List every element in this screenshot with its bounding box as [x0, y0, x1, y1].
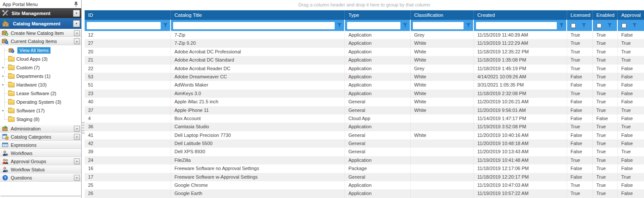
tree-item-lease-software[interactable]: Lease Software (2) [0, 89, 81, 98]
approval-filter-checkbox[interactable] [622, 23, 626, 28]
tree-item-cloud-apps[interactable]: Cloud Apps (3) [0, 55, 81, 63]
chevron-down-icon[interactable]: ▼ [74, 126, 80, 132]
table-cell: True [593, 31, 618, 39]
chevron-down-icon[interactable]: ▼ [74, 134, 80, 140]
sidebar-item-workflows[interactable]: Workflows [0, 149, 81, 157]
table-row[interactable]: 16Freeware Software no Approval Settings… [85, 164, 644, 173]
sidebar-item-label: Administration [11, 126, 41, 131]
table-cell: False [618, 98, 644, 106]
table-row[interactable]: 26Google EarthApplication11/19/2019 10:5… [85, 189, 644, 198]
sidebar-item-current-catalog-items[interactable]: Current Catalog Items ▲ [0, 37, 81, 45]
column-header-type[interactable]: Type [345, 10, 411, 20]
table-row[interactable]: 127-ZipApplicationGrey11/15/2019 11:40:3… [85, 31, 644, 39]
chevron-down-icon[interactable]: ▼ [74, 158, 80, 164]
table-row[interactable]: 20Adobe Acrobat DC ProfessionalApplicati… [85, 48, 644, 56]
sidebar-group-catalog-management[interactable]: Catalog Management ▼ [0, 18, 81, 29]
table-row[interactable]: 21Adobe Acrobat DC StandardApplicationWh… [85, 56, 644, 64]
table-row[interactable]: 23AimKeys 3.0ApplicationWhite11/18/2019 … [85, 90, 644, 98]
table-row[interactable]: 53Adobe Dreamweaver CCApplicationWhite4/… [85, 73, 644, 81]
box-add-icon [2, 30, 9, 36]
table-row[interactable]: 24FileZillaApplication11/19/2019 10:41:4… [85, 156, 644, 164]
tree-item-label: Staging (8) [16, 117, 40, 122]
pin-icon[interactable] [73, 1, 79, 7]
table-row[interactable]: 4Box AccountCloud App11/14/2019 1:47:17 … [85, 114, 644, 123]
catalog-title-filter-input[interactable] [173, 22, 335, 29]
column-header-licensed[interactable]: Licensed [567, 10, 593, 20]
table-row[interactable]: 39Dell XPS 8930General11/20/2019 10:13:4… [85, 148, 644, 156]
table-row[interactable]: 25Google ChromeApplication11/19/2019 10:… [85, 181, 644, 189]
sidebar-item-questions[interactable]: ? Questions ▼ [0, 173, 81, 182]
filter-icon[interactable] [336, 22, 343, 29]
tree-item-departments[interactable]: ▸ Departments (1) [0, 72, 81, 80]
sidebar-item-catalog-categories[interactable]: Catalog Categories ▼ [0, 133, 81, 141]
table-cell: True [593, 131, 618, 139]
folder-icon [8, 82, 15, 87]
created-filter-input[interactable] [476, 22, 557, 29]
table-cell: General [345, 106, 411, 114]
sidebar-item-workflow-status[interactable]: Workflow Status [0, 165, 81, 173]
sidebar-group-site-management[interactable]: Site Management ▼ [0, 8, 81, 18]
sidebar-item-approval-groups[interactable]: Approval Groups ▼ [0, 157, 81, 165]
table-row[interactable]: 41Dell Laptop Precision 7730GeneralWhite… [85, 131, 644, 139]
filter-icon[interactable] [631, 22, 638, 29]
table-cell: 51 [85, 81, 171, 89]
column-header-created[interactable]: Created [474, 10, 567, 20]
table-cell: True [593, 123, 618, 131]
tree-item-hardware[interactable]: ▸ Hardware (10) [0, 80, 81, 89]
id-filter-input[interactable] [87, 22, 161, 29]
chevron-down-icon[interactable]: ▼ [74, 30, 80, 36]
table-row[interactable]: 277-Zip 9.20ApplicationWhite11/19/2019 1… [85, 39, 644, 47]
chevron-up-icon[interactable]: ▲ [74, 38, 80, 44]
table-cell [411, 189, 474, 198]
type-filter-input[interactable] [347, 22, 400, 29]
column-header-id[interactable]: ID [85, 10, 171, 20]
enabled-filter-checkbox[interactable] [597, 23, 601, 28]
filter-icon[interactable] [558, 22, 565, 29]
tree-item-view-all-items[interactable]: View All Items [0, 46, 81, 55]
table-row[interactable]: 42Dell Latitude 5500General11/20/2019 10… [85, 139, 644, 148]
expand-icon[interactable]: ▸ [1, 74, 6, 78]
tree-item-custom[interactable]: ▸ Custom (7) [0, 63, 81, 72]
table-cell: 11/20/2019 10:40:16 AM [474, 131, 567, 139]
table-row[interactable]: 36Camtasia StudioApplication11/19/2019 3… [85, 123, 644, 131]
table-cell: Box Account [171, 114, 345, 123]
filter-icon[interactable] [580, 22, 587, 29]
expand-icon[interactable]: ▸ [1, 82, 6, 87]
sidebar-item-create-new-catalog-item[interactable]: Create New Catalog Item ▼ [0, 29, 81, 37]
tree-item-staging[interactable]: Staging (8) [0, 115, 81, 124]
filter-icon[interactable] [402, 22, 409, 29]
column-header-approval[interactable]: Approval [618, 10, 644, 20]
table-row[interactable]: 37Apple iPhone 11GeneralWhite11/20/2019 … [85, 106, 644, 114]
sidebar-item-label: Expressions [11, 142, 37, 148]
licensed-filter-checkbox[interactable] [571, 23, 576, 28]
table-cell: General [345, 131, 411, 139]
table-cell: 11/20/2019 9:56:01 AM [474, 106, 567, 114]
column-header-enabled[interactable]: Enabled [593, 10, 618, 20]
group-by-bar[interactable]: Drag a column header and drop it here to… [85, 0, 644, 10]
sidebar-item-administration[interactable]: Administration ▼ [0, 124, 81, 133]
classification-filter-input[interactable] [413, 22, 464, 29]
table-row[interactable]: 40Apple iMac 21.5 inchGeneralWhite11/20/… [85, 98, 644, 106]
expand-icon[interactable]: ▸ [1, 65, 6, 70]
table-cell: 11/18/2019 2:32:08 PM [474, 90, 567, 98]
table-row[interactable]: 22Adobe Acrobat Reader DCApplicationGrey… [85, 65, 644, 73]
grid-body: 127-ZipApplicationGrey11/15/2019 11:40:3… [85, 31, 644, 198]
expand-icon[interactable]: ▸ [1, 108, 6, 113]
filter-icon[interactable] [465, 22, 472, 29]
chevron-down-icon[interactable]: ▼ [73, 20, 80, 27]
filter-icon[interactable] [606, 22, 613, 29]
table-row[interactable]: 17Freeware Software w-Approval SettingsG… [85, 173, 644, 181]
chevron-down-icon[interactable]: ▼ [74, 175, 80, 181]
tree-item-software[interactable]: ▸ Software (17) [0, 106, 81, 115]
tree-item-operating-system[interactable]: Operating System (3) [0, 98, 81, 106]
filter-cell-enabled [593, 20, 618, 31]
column-header-catalog-title[interactable]: Catalog Title [171, 10, 345, 20]
chevron-down-icon[interactable]: ▼ [73, 10, 80, 17]
panel-splitter[interactable] [82, 0, 85, 198]
table-cell: 4/14/2021 10:09:26 AM [474, 73, 567, 81]
filter-icon[interactable] [162, 22, 169, 29]
sidebar-item-expressions[interactable]: Expressions [0, 141, 81, 149]
table-row[interactable]: 51AdWords MakerApplicationWhite3/31/2021… [85, 81, 644, 89]
column-header-classification[interactable]: Classification [411, 10, 474, 20]
table-cell: Application [345, 81, 411, 89]
